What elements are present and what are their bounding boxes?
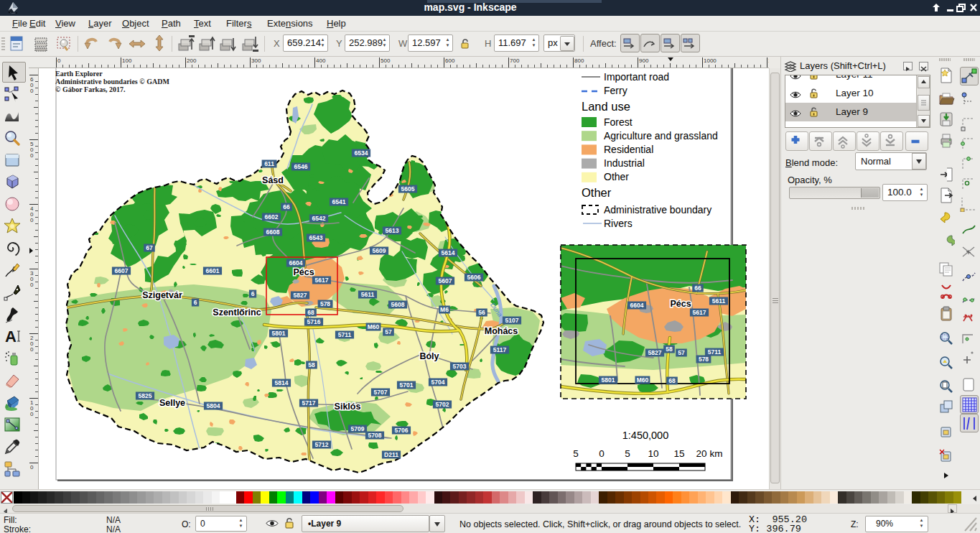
svg-text:0: 0 bbox=[57, 57, 61, 64]
svg-text:6601: 6601 bbox=[206, 267, 220, 274]
svg-text:5605: 5605 bbox=[401, 185, 415, 193]
svg-text:Administrative boundary: Administrative boundary bbox=[604, 204, 711, 215]
svg-text:578: 578 bbox=[320, 300, 330, 307]
svg-text:900: 900 bbox=[639, 57, 649, 64]
svg-text:15: 15 bbox=[673, 448, 684, 459]
svg-text:5708: 5708 bbox=[368, 432, 382, 439]
svg-text:6: 6 bbox=[251, 290, 255, 297]
svg-text:5717: 5717 bbox=[302, 399, 316, 407]
svg-text:Bóly: Bóly bbox=[419, 351, 439, 361]
svg-text:Pécs: Pécs bbox=[670, 299, 691, 309]
svg-text:Other: Other bbox=[582, 186, 612, 199]
svg-text:Residential: Residential bbox=[604, 144, 653, 155]
svg-text:5707: 5707 bbox=[374, 389, 388, 396]
svg-text:5712: 5712 bbox=[315, 441, 329, 448]
svg-text:5: 5 bbox=[625, 448, 630, 459]
svg-text:5827: 5827 bbox=[648, 349, 662, 356]
svg-text:800: 800 bbox=[574, 57, 584, 64]
svg-text:6602: 6602 bbox=[265, 213, 279, 221]
svg-text:5814: 5814 bbox=[275, 379, 289, 386]
svg-text:300: 300 bbox=[251, 57, 261, 64]
svg-text:611: 611 bbox=[264, 160, 274, 167]
svg-text:5804: 5804 bbox=[207, 402, 220, 409]
svg-text:6543: 6543 bbox=[309, 234, 323, 241]
svg-text:5709: 5709 bbox=[351, 425, 365, 432]
svg-text:Forest: Forest bbox=[604, 116, 633, 128]
svg-text:Land use: Land use bbox=[582, 100, 630, 113]
svg-text:6542: 6542 bbox=[312, 215, 326, 222]
svg-text:M60: M60 bbox=[368, 323, 380, 330]
svg-text:5711: 5711 bbox=[338, 331, 352, 338]
svg-text:400: 400 bbox=[316, 57, 326, 64]
svg-text:700: 700 bbox=[510, 57, 520, 64]
svg-text:6546: 6546 bbox=[294, 163, 308, 170]
svg-text:0: 0 bbox=[599, 448, 605, 459]
svg-text:Agriculture and grassland: Agriculture and grassland bbox=[604, 130, 718, 142]
svg-text:6608: 6608 bbox=[266, 228, 280, 236]
svg-text:M60: M60 bbox=[637, 376, 649, 384]
svg-text:67: 67 bbox=[146, 244, 153, 251]
svg-text:5117: 5117 bbox=[493, 346, 507, 353]
svg-text:Ferry: Ferry bbox=[604, 85, 627, 96]
svg-text:6607: 6607 bbox=[115, 267, 129, 274]
svg-text:5609: 5609 bbox=[373, 247, 386, 254]
svg-text:0: 0 bbox=[30, 282, 34, 288]
svg-text:6604: 6604 bbox=[630, 302, 644, 309]
svg-text:Rivers: Rivers bbox=[604, 218, 633, 229]
svg-text:500: 500 bbox=[381, 57, 391, 64]
svg-text:5702: 5702 bbox=[436, 401, 449, 408]
svg-text:0: 0 bbox=[30, 411, 34, 417]
svg-text:68: 68 bbox=[668, 377, 676, 384]
svg-text:Pécs: Pécs bbox=[293, 267, 314, 277]
svg-text:10: 10 bbox=[648, 448, 658, 459]
svg-text:0: 0 bbox=[30, 464, 34, 471]
svg-text:5611: 5611 bbox=[712, 297, 726, 305]
svg-text:A: A bbox=[5, 328, 17, 346]
svg-text:66: 66 bbox=[283, 203, 290, 210]
svg-text:M6: M6 bbox=[440, 306, 449, 313]
svg-text:0: 0 bbox=[30, 217, 34, 223]
svg-text:56: 56 bbox=[478, 309, 485, 316]
svg-text:1:450,000: 1:450,000 bbox=[622, 430, 669, 441]
svg-text:Mohács: Mohács bbox=[485, 326, 518, 336]
svg-text:5617: 5617 bbox=[315, 277, 329, 284]
svg-text:Earth Explorer: Earth Explorer bbox=[55, 70, 103, 78]
svg-text:D211: D211 bbox=[384, 451, 398, 458]
svg-text:5608: 5608 bbox=[391, 301, 405, 308]
svg-text:5825: 5825 bbox=[139, 392, 152, 399]
svg-text:20 km: 20 km bbox=[696, 448, 723, 459]
svg-text:5711: 5711 bbox=[708, 348, 722, 356]
svg-text:© Gábor Farkas, 2017.: © Gábor Farkas, 2017. bbox=[55, 85, 126, 93]
svg-text:58: 58 bbox=[666, 346, 673, 353]
svg-text:5614: 5614 bbox=[442, 249, 455, 256]
svg-text:Szigetvár: Szigetvár bbox=[142, 290, 182, 300]
svg-text:Szentlőrinc: Szentlőrinc bbox=[213, 307, 261, 318]
svg-text:200: 200 bbox=[187, 57, 197, 64]
svg-text:Other: Other bbox=[604, 171, 629, 182]
svg-text:0: 0 bbox=[30, 152, 34, 159]
svg-text:5: 5 bbox=[573, 448, 579, 459]
svg-text:5617: 5617 bbox=[693, 309, 706, 316]
svg-text:5801: 5801 bbox=[272, 330, 286, 337]
svg-text:Sásd: Sásd bbox=[262, 175, 284, 185]
svg-text:0: 0 bbox=[30, 88, 34, 94]
svg-text:1000: 1000 bbox=[704, 57, 717, 64]
svg-text:58: 58 bbox=[308, 361, 315, 369]
svg-text:5706: 5706 bbox=[395, 427, 409, 434]
svg-text:6: 6 bbox=[194, 299, 197, 306]
svg-text:5716: 5716 bbox=[307, 318, 321, 325]
svg-text:5703: 5703 bbox=[453, 363, 467, 370]
svg-text:5827: 5827 bbox=[294, 292, 307, 299]
svg-text:0: 0 bbox=[30, 346, 34, 353]
svg-text:6604: 6604 bbox=[289, 259, 303, 266]
svg-text:5606: 5606 bbox=[467, 274, 481, 281]
svg-text:1100: 1100 bbox=[768, 57, 769, 64]
svg-text:5107: 5107 bbox=[505, 317, 519, 324]
svg-text:5613: 5613 bbox=[386, 227, 399, 234]
svg-text:5704: 5704 bbox=[431, 379, 445, 386]
svg-text:Siklós: Siklós bbox=[335, 402, 361, 412]
svg-text:5801: 5801 bbox=[602, 376, 615, 384]
svg-text:Important road: Important road bbox=[604, 71, 669, 83]
svg-text:Sellye: Sellye bbox=[159, 398, 185, 408]
svg-text:57: 57 bbox=[385, 328, 392, 335]
